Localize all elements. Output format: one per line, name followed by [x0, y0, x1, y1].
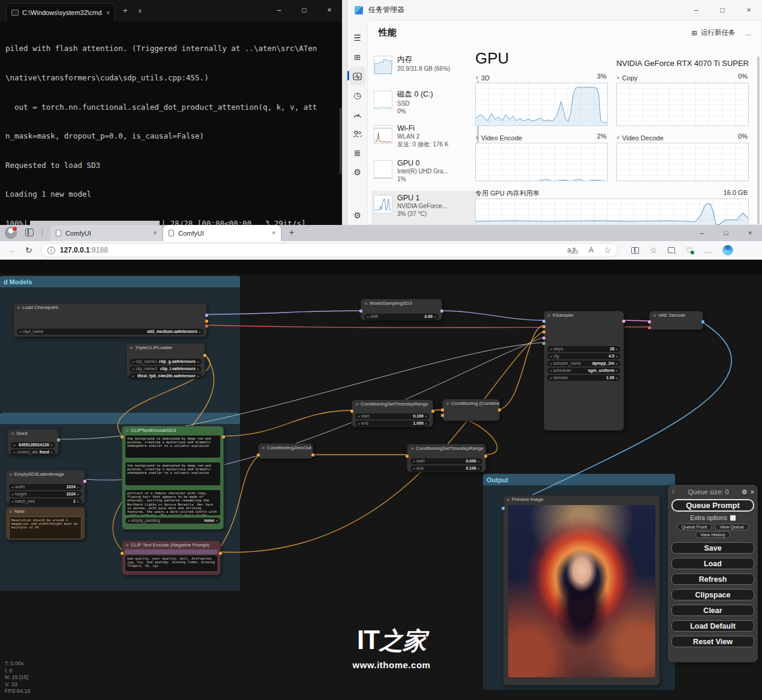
right-arrow-icon[interactable]: ▸: [478, 465, 480, 471]
node-clip-text-encode-sd3[interactable]: CLIPTextEncodeSD3 the background is domi…: [122, 426, 224, 530]
clipspace-button[interactable]: Clipspace: [671, 589, 754, 600]
terminal-tab-close-icon[interactable]: ×: [106, 10, 110, 16]
widget-end[interactable]: ◂end0.100▸: [410, 465, 482, 471]
settings-icon[interactable]: ⚙: [350, 206, 365, 225]
services-icon[interactable]: ⚙: [350, 163, 365, 182]
node-cond-set-timestep-1[interactable]: ConditioningSetTimestepRange ◂start0.100…: [352, 399, 433, 427]
widget-seed-value[interactable]: ◂value845512852412824▸: [11, 442, 55, 448]
left-arrow-icon[interactable]: ◂: [550, 368, 551, 374]
collapse-dot-icon[interactable]: [126, 429, 128, 432]
collapse-dot-icon[interactable]: [548, 314, 550, 317]
browser-maximize-button[interactable]: □: [714, 225, 738, 241]
drag-handle-icon[interactable]: ⠿: [671, 489, 676, 495]
port-clip-input[interactable]: [121, 552, 124, 555]
port-conditioning-input[interactable]: [350, 410, 353, 413]
browser-close-button[interactable]: ×: [738, 225, 762, 241]
new-tab-button[interactable]: +: [289, 227, 294, 237]
negative-prompt-textarea[interactable]: bad quality, poor quality, dull, disfigu…: [125, 555, 217, 571]
collapse-dot-icon[interactable]: [11, 432, 14, 435]
right-arrow-icon[interactable]: ▸: [216, 518, 218, 524]
port-vae-output[interactable]: [205, 325, 208, 328]
left-arrow-icon[interactable]: ◂: [413, 458, 415, 464]
left-arrow-icon[interactable]: ◂: [132, 359, 134, 365]
port-conditioning-output[interactable]: [484, 455, 487, 458]
left-arrow-icon[interactable]: ◂: [13, 449, 15, 455]
back-icon[interactable]: ←: [8, 245, 17, 255]
load-button[interactable]: Load: [671, 558, 754, 569]
left-arrow-icon[interactable]: ◂: [367, 314, 368, 320]
perf-item-memory[interactable]: 内存20.9/31.8 GB (66%): [371, 52, 477, 86]
left-arrow-icon[interactable]: ◂: [11, 484, 13, 490]
port-clip-input[interactable]: [121, 435, 124, 438]
prompt-l-textarea[interactable]: the background is dominated by deep red …: [125, 462, 220, 485]
view-history-button[interactable]: View History: [695, 531, 730, 538]
clear-button[interactable]: Clear: [671, 605, 754, 616]
app-history-icon[interactable]: ◷: [350, 86, 365, 105]
left-arrow-icon[interactable]: ◂: [358, 413, 359, 419]
right-arrow-icon[interactable]: ▸: [77, 498, 79, 504]
collapse-dot-icon[interactable]: [507, 498, 509, 501]
split-screen-icon[interactable]: [631, 247, 639, 254]
view-queue-button[interactable]: View Queue: [715, 524, 749, 530]
tab-comfyui-2-active[interactable]: ComfyUI ×: [163, 225, 281, 241]
port-conditioning-output[interactable]: [219, 552, 222, 555]
chevron-down-icon[interactable]: ∨: [616, 75, 620, 80]
node-model-sampling-sd3[interactable]: ModelSamplingSD3 ◂shift3.00▸: [361, 299, 442, 320]
collapse-dot-icon[interactable]: [130, 347, 133, 349]
node-preview-image[interactable]: Preview Image: [503, 495, 660, 686]
perf-item-gpu1[interactable]: GPU 1NVIDIA GeForce...3% (37 °C): [371, 191, 477, 225]
terminal-new-tab-button[interactable]: +: [123, 6, 128, 15]
widget-scheduler[interactable]: ◂schedulersgm_uniform▸: [547, 368, 620, 374]
left-arrow-icon[interactable]: ◂: [11, 491, 13, 497]
refresh-button[interactable]: Refresh: [671, 573, 754, 585]
load-default-button[interactable]: Load Default: [671, 620, 754, 632]
port-model-input[interactable]: [359, 310, 362, 313]
terminal-tab[interactable]: C:\Windows\system32\cmd.e ×: [6, 3, 115, 22]
right-arrow-icon[interactable]: ▸: [51, 442, 53, 448]
right-arrow-icon[interactable]: ▸: [197, 359, 199, 365]
widget-start[interactable]: ◂start0.100▸: [355, 413, 430, 419]
perf-item-disk[interactable]: 磁盘 0 (C:)SSD0%: [371, 86, 477, 121]
address-bar[interactable]: i 127.0.0.1:8188 aあ A ☆: [41, 243, 618, 257]
right-arrow-icon[interactable]: ▸: [616, 353, 618, 359]
widget-end[interactable]: ◂end1.000▸: [355, 420, 430, 426]
left-arrow-icon[interactable]: ◂: [358, 420, 359, 426]
browser-minimize-button[interactable]: –: [690, 225, 714, 241]
node-empty-sd3-latent[interactable]: EmptySD3LatentImage ◂width1024▸ ◂height1…: [5, 470, 85, 504]
right-arrow-icon[interactable]: ▸: [434, 314, 436, 320]
right-arrow-icon[interactable]: ▸: [425, 413, 427, 419]
read-aloud-icon[interactable]: A: [589, 246, 593, 254]
port-latent-output[interactable]: [83, 480, 86, 483]
node-conditioning-zero-out[interactable]: ConditioningZeroOut: [258, 443, 313, 459]
port-conditioning-output[interactable]: [431, 410, 434, 413]
widget-steps[interactable]: ◂steps28▸: [547, 346, 620, 352]
right-arrow-icon[interactable]: ▸: [616, 375, 618, 381]
collapse-dot-icon[interactable]: [653, 314, 656, 317]
tm-main-scrollbar[interactable]: [757, 56, 760, 224]
collapse-dot-icon[interactable]: [10, 473, 12, 476]
perf-item-gpu0[interactable]: GPU 0Intel(R) UHD Gra...1%: [371, 156, 477, 191]
port-model-output[interactable]: [440, 310, 443, 313]
right-arrow-icon[interactable]: ▸: [616, 360, 618, 366]
widget-width[interactable]: ◂width1024▸: [9, 484, 82, 490]
port-clip-output[interactable]: [203, 354, 206, 357]
terminal-close-button[interactable]: ×: [317, 0, 342, 20]
prompt-t5-textarea[interactable]: portrait of a female character with long…: [125, 490, 220, 515]
widget-height[interactable]: ◂height1024▸: [9, 491, 82, 497]
run-new-task-button[interactable]: ⊞运行新任务: [691, 28, 735, 37]
port-model-output[interactable]: [205, 314, 208, 317]
left-arrow-icon[interactable]: ◂: [132, 373, 134, 379]
node-load-checkpoint[interactable]: Load Checkpoint ◂ckpt_namesd3_medium.saf…: [13, 303, 207, 337]
node-conditioning-combine[interactable]: Conditioning (Combine): [442, 399, 500, 421]
queue-close-icon[interactable]: ×: [751, 488, 754, 495]
left-arrow-icon[interactable]: ◂: [19, 329, 21, 335]
queue-settings-gear-icon[interactable]: ⚙: [742, 488, 748, 496]
terminal-minimize-button[interactable]: –: [266, 0, 292, 20]
right-arrow-icon[interactable]: ▸: [197, 373, 199, 379]
collections-star-icon[interactable]: ☆: [650, 245, 658, 255]
right-arrow-icon[interactable]: ▸: [51, 449, 53, 455]
left-arrow-icon[interactable]: ◂: [13, 442, 15, 448]
details-icon[interactable]: ≣: [350, 143, 365, 163]
node-triple-clip-loader[interactable]: TripleCLIPLoader ◂clip_name1clip_g.safet…: [126, 343, 205, 377]
port-model-input[interactable]: [542, 320, 545, 323]
